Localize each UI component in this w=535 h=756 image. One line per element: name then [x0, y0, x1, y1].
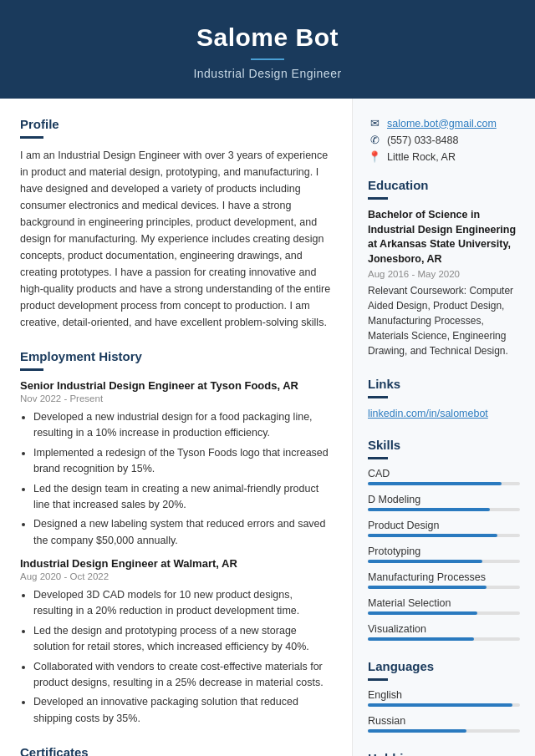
right-column: ✉ salome.bot@gmail.com ✆ (557) 033-8488 …	[353, 99, 535, 756]
linkedin-link[interactable]: linkedin.com/in/salomebot	[368, 408, 488, 419]
resume-header: Salome Bot Industrial Design Engineer	[0, 0, 535, 99]
skills-section: Skills CAD D Modeling Product Design	[368, 438, 520, 641]
skill-visualization-bar-fill	[368, 637, 474, 641]
job-2-bullets: Developed 3D CAD models for 10 new produ…	[20, 587, 334, 727]
email-icon: ✉	[368, 117, 381, 129]
email-value[interactable]: salome.bot@gmail.com	[387, 118, 497, 129]
header-divider	[251, 58, 284, 60]
skill-productdesign: Product Design	[368, 520, 520, 537]
list-item: Developed 3D CAD models for 10 new produ…	[33, 587, 334, 620]
skill-visualization-bar-bg	[368, 637, 520, 641]
education-section: Education Bachelor of Science in Industr…	[368, 178, 520, 358]
skill-prototyping: Prototyping	[368, 545, 520, 563]
list-item: Led the design and prototyping process o…	[33, 623, 334, 656]
skill-dmodeling-bar-bg	[368, 508, 520, 511]
links-title: Links	[368, 377, 520, 391]
applicant-name: Salome Bot	[17, 23, 518, 52]
skill-dmodeling: D Modeling	[368, 494, 520, 511]
contact-email-item: ✉ salome.bot@gmail.com	[368, 117, 520, 129]
resume-container: Salome Bot Industrial Design Engineer Pr…	[0, 0, 535, 756]
hobbies-section: Hobbies	[368, 751, 520, 756]
profile-title: Profile	[20, 117, 334, 131]
list-item: Led the design team in creating a new an…	[33, 481, 334, 514]
skill-productdesign-bar-fill	[368, 534, 497, 537]
skill-materialselection-name: Material Selection	[368, 597, 520, 609]
skill-visualization: Visualization	[368, 623, 520, 641]
contact-location-item: 📍 Little Rock, AR	[368, 150, 520, 163]
links-divider	[368, 396, 388, 398]
list-item: Developed an innovative packaging soluti…	[33, 694, 334, 727]
languages-section: Languages English Russian	[368, 659, 520, 733]
certificates-title: Certificates	[20, 745, 334, 756]
list-item: Designed a new labeling system that redu…	[33, 516, 334, 549]
employment-title: Employment History	[20, 349, 334, 363]
phone-value: (557) 033-8488	[387, 134, 458, 146]
profile-text: I am an Industrial Design Engineer with …	[20, 147, 334, 331]
left-column: Profile I am an Industrial Design Engine…	[0, 99, 353, 756]
contact-phone-item: ✆ (557) 033-8488	[368, 134, 520, 146]
lang-russian-bar-fill	[368, 729, 466, 733]
employment-section: Employment History Senior Industrial Des…	[20, 349, 334, 727]
lang-russian: Russian	[368, 715, 520, 733]
education-divider	[368, 197, 388, 200]
skill-cad-bar-bg	[368, 482, 520, 485]
edu-date: Aug 2016 - May 2020	[368, 269, 520, 279]
skill-prototyping-bar-fill	[368, 560, 482, 563]
skills-title: Skills	[368, 438, 520, 452]
list-item: Implemented a redesign of the Tyson Food…	[33, 445, 334, 478]
lang-english-bar-fill	[368, 703, 512, 707]
edu-coursework: Relevant Coursework: Computer Aided Desi…	[368, 283, 520, 358]
lang-russian-bar-bg	[368, 729, 520, 733]
lang-english-bar-bg	[368, 703, 520, 707]
hobbies-title: Hobbies	[368, 751, 520, 756]
job-2: Industrial Design Engineer at Walmart, A…	[20, 557, 334, 727]
skill-manufacturing-bar-bg	[368, 586, 520, 589]
skill-productdesign-name: Product Design	[368, 520, 520, 531]
skill-dmodeling-bar-fill	[368, 508, 490, 511]
applicant-title: Industrial Design Engineer	[17, 67, 518, 80]
skill-materialselection-bar-bg	[368, 611, 520, 615]
job-1-date: Nov 2022 - Present	[20, 393, 334, 403]
education-title: Education	[368, 178, 520, 192]
edu-degree: Bachelor of Science in Industrial Design…	[368, 208, 520, 266]
skill-prototyping-bar-bg	[368, 560, 520, 563]
location-icon: 📍	[368, 150, 381, 163]
location-value: Little Rock, AR	[387, 151, 456, 163]
resume-body: Profile I am an Industrial Design Engine…	[0, 99, 535, 756]
list-item: Developed a new industrial design for a …	[33, 409, 334, 442]
job-1-bullets: Developed a new industrial design for a …	[20, 409, 334, 549]
skill-cad-bar-fill	[368, 482, 502, 485]
skill-manufacturing: Manufacturing Processes	[368, 571, 520, 589]
profile-divider	[20, 136, 43, 139]
skill-visualization-name: Visualization	[368, 623, 520, 635]
lang-russian-name: Russian	[368, 715, 520, 727]
languages-title: Languages	[368, 659, 520, 673]
skills-divider	[368, 457, 388, 459]
skill-materialselection: Material Selection	[368, 597, 520, 615]
languages-divider	[368, 678, 388, 681]
employment-divider	[20, 368, 43, 371]
job-1-title: Senior Industrial Design Engineer at Tys…	[20, 379, 334, 392]
job-2-title: Industrial Design Engineer at Walmart, A…	[20, 557, 334, 570]
links-section: Links linkedin.com/in/salomebot	[368, 377, 520, 419]
skill-cad-name: CAD	[368, 468, 520, 479]
job-2-date: Aug 2020 - Oct 2022	[20, 571, 334, 581]
skill-prototyping-name: Prototyping	[368, 545, 520, 557]
job-1: Senior Industrial Design Engineer at Tys…	[20, 379, 334, 549]
lang-english: English	[368, 689, 520, 707]
skill-manufacturing-name: Manufacturing Processes	[368, 571, 520, 583]
skill-cad: CAD	[368, 468, 520, 485]
contact-section: ✉ salome.bot@gmail.com ✆ (557) 033-8488 …	[368, 117, 520, 163]
list-item: Collaborated with vendors to create cost…	[33, 659, 334, 692]
phone-icon: ✆	[368, 134, 381, 146]
profile-section: Profile I am an Industrial Design Engine…	[20, 117, 334, 331]
skill-manufacturing-bar-fill	[368, 586, 487, 589]
lang-english-name: English	[368, 689, 520, 701]
certificates-section: Certificates Certified Professional in I…	[20, 745, 334, 756]
skill-materialselection-bar-fill	[368, 611, 477, 615]
skill-dmodeling-name: D Modeling	[368, 494, 520, 505]
skill-productdesign-bar-bg	[368, 534, 520, 537]
